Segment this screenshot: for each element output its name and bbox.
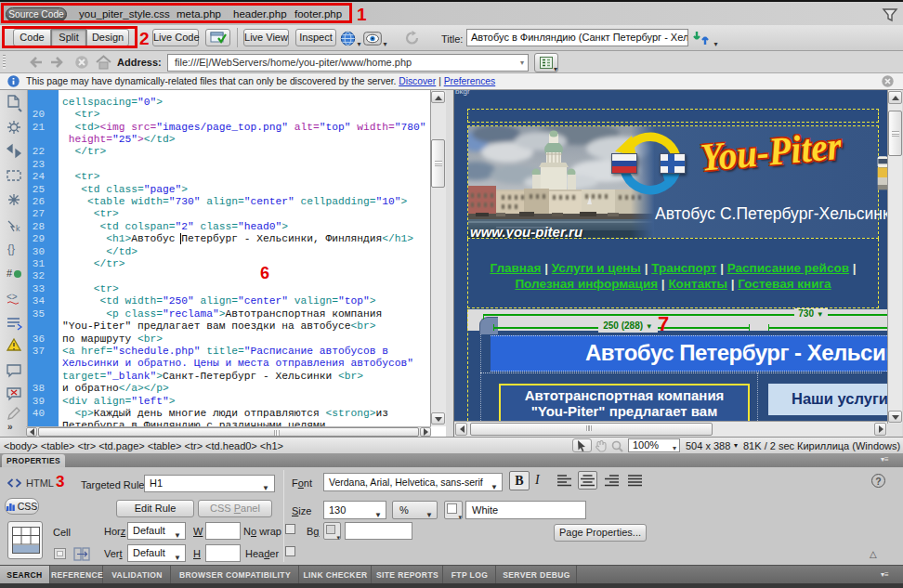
svg-text:#: # xyxy=(7,268,13,279)
svg-text:»: » xyxy=(7,422,13,432)
svg-text:k: k xyxy=(16,224,20,233)
svg-text:{}: {} xyxy=(7,242,15,255)
svg-text:<>: <> xyxy=(7,292,18,302)
